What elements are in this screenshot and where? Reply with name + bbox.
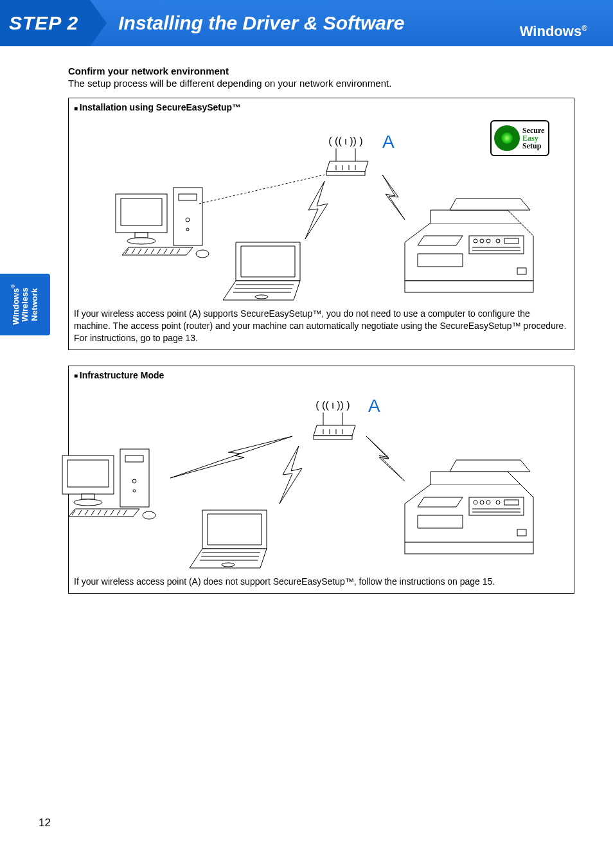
svg-point-52	[74, 499, 102, 506]
svg-rect-13	[179, 194, 197, 200]
svg-rect-54	[125, 456, 143, 462]
svg-rect-51	[82, 494, 94, 499]
svg-rect-71	[405, 542, 533, 554]
section1-title: Installation using SecureEasySetup™	[74, 102, 569, 112]
page-number: 12	[39, 817, 51, 829]
desktop-computer-icon	[56, 446, 165, 529]
wireless-bolt-icon	[373, 172, 424, 223]
laptop-icon	[183, 504, 280, 574]
section-secureeasysetup: Installation using SecureEasySetup™ Secu…	[68, 98, 574, 350]
wireless-bolt-icon	[357, 433, 421, 484]
step-label: STEP 2	[9, 12, 78, 34]
os-label: Windows®	[520, 23, 587, 40]
side-tab-text: Windows® Wireless Network	[10, 285, 40, 325]
laptop-icon	[217, 236, 313, 306]
ses-swirl-icon	[494, 125, 520, 151]
intro-text: The setup process will be different depe…	[68, 78, 574, 89]
wireless-bolt-icon	[292, 178, 344, 242]
svg-rect-9	[121, 199, 162, 226]
svg-rect-80	[517, 529, 526, 536]
svg-point-25	[196, 250, 209, 258]
secure-easy-setup-logo: Secure Easy Setup	[490, 120, 549, 156]
svg-rect-77	[504, 500, 519, 505]
diagram-infrastructure: A ( (( ι )) )	[74, 382, 569, 574]
svg-text:( (( ι )) ): ( (( ι )) )	[328, 136, 362, 146]
svg-point-11	[127, 238, 155, 244]
svg-point-70	[222, 563, 235, 567]
svg-rect-3	[326, 172, 365, 175]
intro-title: Confirm your network environment	[68, 66, 574, 76]
svg-point-66	[143, 511, 155, 519]
section2-caption: If your wireless access point (A) does n…	[74, 576, 569, 588]
svg-rect-10	[135, 233, 148, 238]
section1-caption: If your wireless access point (A) suppor…	[74, 308, 569, 344]
diagram-ses: Secure Easy Setup A ( (( ι )) )	[74, 114, 569, 306]
svg-rect-50	[67, 460, 109, 487]
label-a: A	[382, 132, 395, 152]
router-icon: ( (( ι )) )	[304, 397, 362, 442]
section-infrastructure: Infrastructure Mode A ( (( ι )) )	[68, 366, 574, 594]
wireless-bolt-icon	[267, 443, 318, 507]
svg-rect-30	[405, 281, 533, 292]
section2-title: Infrastructure Mode	[74, 370, 569, 380]
page-header: STEP 2 Installing the Driver & Software …	[0, 0, 613, 46]
svg-point-29	[255, 295, 268, 299]
svg-rect-36	[504, 238, 519, 244]
page-title: Installing the Driver & Software	[118, 12, 404, 34]
side-tab: Windows® Wireless Network	[0, 274, 50, 335]
svg-text:( (( ι )) ): ( (( ι )) )	[315, 400, 350, 411]
label-a: A	[368, 396, 380, 416]
step-badge: STEP 2	[0, 0, 90, 46]
content-area: Confirm your network environment The set…	[0, 46, 613, 594]
svg-rect-39	[517, 268, 526, 274]
svg-rect-44	[314, 436, 352, 439]
